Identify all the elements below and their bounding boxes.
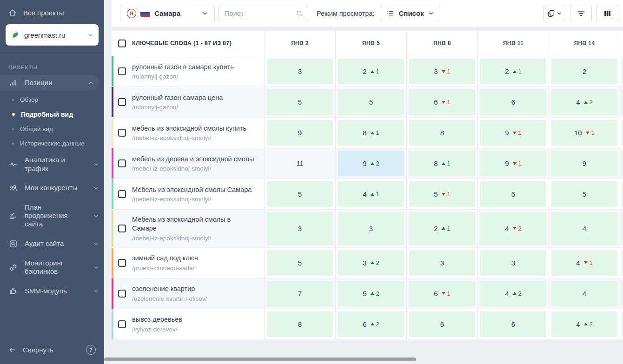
position-cell[interactable]: 5 2 [335, 278, 406, 309]
position-cell[interactable]: 3 [406, 248, 477, 278]
columns-view-button[interactable] [596, 5, 618, 22]
sidebar-item[interactable]: План продвижения сайта [0, 199, 104, 232]
position-cell[interactable]: 9 2 [335, 148, 406, 179]
keyword-url[interactable]: /rulonnyij-gazon/ [132, 104, 257, 111]
position-cell[interactable]: 3 [477, 248, 549, 278]
horizontal-scrollbar-thumb[interactable] [104, 357, 416, 361]
position-cell[interactable]: 5 [477, 179, 549, 209]
sidebar-item[interactable]: Аналитика и трафик [0, 152, 104, 177]
position-cell[interactable]: 5 1 [406, 179, 477, 209]
row-checkbox[interactable] [118, 129, 126, 137]
position-cell[interactable]: 4 2 [477, 278, 549, 309]
position-cell[interactable]: 5 [335, 87, 406, 117]
collapse-sidebar-button[interactable]: Свернуть [8, 346, 80, 354]
position-cell[interactable]: 4 2 [549, 87, 620, 117]
row-checkbox[interactable] [118, 190, 126, 198]
position-cell[interactable]: 4 [549, 210, 620, 247]
help-button[interactable]: ? [86, 345, 96, 355]
position-cell[interactable]: 2 [549, 56, 620, 86]
sidebar-subitem[interactable]: Общий вид [0, 123, 104, 135]
position-cell[interactable]: 11 [264, 148, 335, 179]
position-cell[interactable]: 6 1 [406, 87, 477, 117]
sidebar-subitem[interactable]: Подробный вид [0, 108, 104, 120]
keyword-label[interactable]: вывоз деревьев [132, 315, 257, 324]
position-cell[interactable]: 4 1 [335, 179, 406, 209]
position-cell[interactable]: 6 [406, 309, 477, 339]
keyword-url[interactable]: /proekt-zimnego-sada/ [132, 265, 257, 271]
position-cell[interactable]: 8 1 [406, 148, 477, 179]
position-cell[interactable]: 3 [264, 56, 335, 86]
sidebar-item[interactable]: SMM-модуль [0, 283, 104, 299]
row-checkbox[interactable] [118, 98, 126, 106]
keyword-label[interactable]: рулонный газон самара цена [132, 93, 257, 102]
search-engine-region-selector[interactable]: Я Самара [120, 5, 215, 22]
keyword-url[interactable]: /mebel-iz-epoksidnoj-smolyi/ [132, 165, 257, 172]
position-cell[interactable]: 4 [549, 278, 620, 309]
position-cell[interactable]: 10 1 [549, 118, 620, 148]
keyword-url[interactable]: /mebel-iz-epoksidnoj-smolyi/ [132, 134, 257, 141]
keyword-url[interactable]: /rulonnyij-gazon/ [132, 73, 257, 80]
sidebar-subitem[interactable]: Обзор [0, 94, 104, 106]
position-cell[interactable]: 8 1 [335, 118, 406, 148]
position-cell[interactable]: 3 2 [335, 248, 406, 278]
keyword-label[interactable]: зимний сад под ключ [132, 254, 257, 263]
sidebar-item[interactable]: Мои конкуренты [0, 180, 104, 196]
position-cell[interactable]: 6 [477, 309, 549, 339]
filter-button[interactable] [570, 5, 592, 22]
view-mode-dropdown[interactable]: Список [380, 5, 440, 22]
table-row: мебель из дерева и эпоксидной смолы /meb… [112, 148, 623, 179]
keyword-label[interactable]: мебель из дерева и эпоксидной смолы [132, 155, 257, 164]
position-cell[interactable]: 8 [264, 309, 335, 339]
position-value: 3 [298, 67, 302, 75]
keyword-label[interactable]: озеленение квартир [132, 285, 257, 293]
position-cell[interactable]: 2 1 [406, 210, 477, 247]
position-cell[interactable]: 6 2 [335, 309, 406, 339]
project-selector[interactable]: greenmast.ru [6, 24, 99, 46]
row-checkbox[interactable] [118, 225, 126, 232]
position-cell[interactable]: 9 1 [477, 148, 549, 179]
position-cell[interactable]: 9 1 [477, 118, 549, 148]
keyword-url[interactable]: /mebel-iz-epoksidnoj-smolyi/ [132, 235, 257, 242]
delta-value: 1 [518, 160, 522, 167]
keyword-url[interactable]: /mebel-iz-epoksidnoj-smolyi/ [132, 196, 257, 203]
position-cell[interactable]: 2 1 [477, 56, 549, 86]
sidebar-item[interactable]: Позиции [0, 75, 99, 91]
select-all-checkbox[interactable] [118, 40, 126, 47]
position-chip: 4 2 [480, 212, 546, 245]
position-cell[interactable]: 4 2 [477, 210, 549, 247]
sidebar-item[interactable]: Мониторинг бэклинков [0, 255, 104, 280]
position-cell[interactable]: 9 [264, 118, 335, 148]
position-cell[interactable]: 4 2 [549, 309, 620, 339]
position-cell[interactable]: 3 [264, 210, 335, 247]
all-projects-link[interactable]: Все проекты [0, 0, 104, 22]
position-cell[interactable]: 5 [264, 248, 335, 278]
position-cell[interactable]: 8 [406, 118, 477, 148]
row-checkbox[interactable] [118, 320, 126, 328]
position-cell[interactable]: 3 1 [406, 56, 477, 86]
keyword-label[interactable]: рулонный газон в самаре купить [132, 63, 257, 72]
row-checkbox[interactable] [118, 159, 126, 167]
position-cell[interactable]: 3 [335, 210, 406, 247]
position-cell[interactable]: 6 [477, 87, 549, 117]
row-checkbox[interactable] [118, 259, 126, 267]
sidebar-subitem[interactable]: Исторические данные [0, 138, 104, 149]
position-cell[interactable]: 6 1 [406, 278, 477, 309]
row-checkbox[interactable] [118, 290, 126, 298]
position-value: 3 [511, 259, 515, 267]
position-cell[interactable]: 5 [264, 179, 335, 209]
copy-report-button[interactable] [543, 5, 565, 22]
keyword-label[interactable]: Мебель из эпоксидной смолы в Самаре [132, 215, 257, 233]
position-cell[interactable]: 9 [549, 148, 620, 179]
search-input[interactable] [225, 10, 293, 17]
keyword-url[interactable]: /vyivoz-derevev/ [132, 326, 257, 333]
keyword-label[interactable]: мебель из эпоксидной смолы купить [132, 124, 257, 133]
position-cell[interactable]: 7 [264, 278, 335, 309]
position-cell[interactable]: 5 [549, 179, 620, 209]
row-checkbox[interactable] [118, 67, 126, 75]
position-cell[interactable]: 5 [264, 87, 335, 117]
sidebar-item[interactable]: Аудит сайта [0, 236, 104, 252]
keyword-label[interactable]: Мебель из эпоксидной смолы Самара [132, 185, 257, 194]
position-cell[interactable]: 2 1 [335, 56, 406, 86]
keyword-url[interactable]: /ozelenenie-kvartir-i-ofisov/ [132, 295, 257, 302]
position-cell[interactable]: 4 1 [549, 248, 620, 278]
